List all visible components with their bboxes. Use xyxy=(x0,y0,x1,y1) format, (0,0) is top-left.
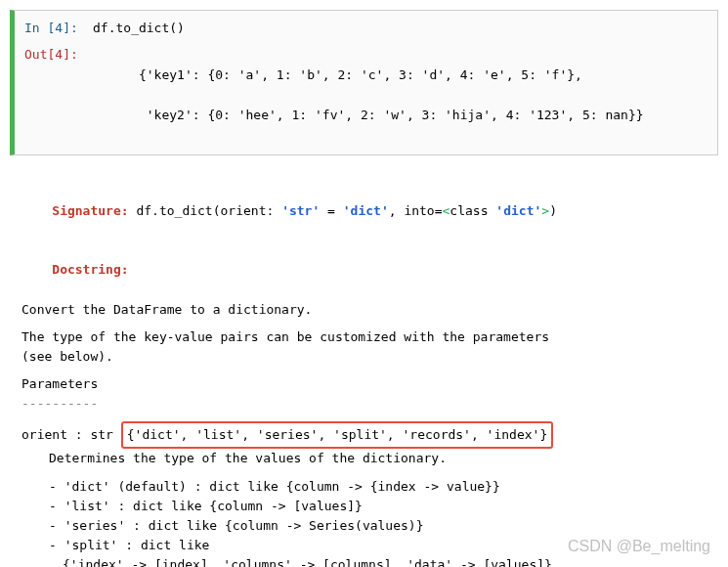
output-row: Out[4]: {'key1': {0: 'a', 1: 'b', 2: 'c'… xyxy=(24,45,707,147)
signature-label: Signature: xyxy=(52,203,128,218)
sig-dict: 'dict' xyxy=(343,203,389,218)
doc-summary: Convert the DataFrame to a dictionary. xyxy=(21,300,707,320)
input-code[interactable]: df.to_dict() xyxy=(93,19,707,39)
in-prompt: In [4]: xyxy=(24,19,93,39)
orient-options-highlight: {'dict', 'list', 'series', 'split', 'rec… xyxy=(121,421,553,449)
code-cell[interactable]: In [4]: df.to_dict() Out[4]: {'key1': {0… xyxy=(10,10,718,155)
output-text: {'key1': {0: 'a', 1: 'b', 2: 'c', 3: 'd'… xyxy=(93,45,707,147)
sig-str: 'str' xyxy=(281,203,320,218)
params-block: Parameters ---------- xyxy=(21,374,707,414)
sig-dict2: 'dict' xyxy=(495,203,541,218)
docstring-label-line: Docstring: xyxy=(21,240,707,299)
opt-split: - 'split' : dict like xyxy=(21,536,707,555)
sig-cls: class xyxy=(450,203,495,218)
docstring-label: Docstring: xyxy=(52,262,128,277)
sig-close: ) xyxy=(549,203,557,218)
out-prompt: Out[4]: xyxy=(24,45,93,147)
opt-list: - 'list' : dict like {column -> [values]… xyxy=(21,497,707,516)
sig-gt: > xyxy=(541,203,549,218)
sig-func: df.to_dict(orient: xyxy=(129,203,282,218)
doc-desc: The type of the key-value pairs can be c… xyxy=(21,327,707,367)
orient-label: orient : str xyxy=(21,425,121,445)
doc-desc1: The type of the key-value pairs can be c… xyxy=(21,327,707,347)
out-line-2: 'key2': {0: 'hee', 1: 'fv', 2: 'w', 3: '… xyxy=(139,108,644,122)
sig-into: , into= xyxy=(389,203,443,218)
opt-dict: - 'dict' (default) : dict like {column -… xyxy=(21,477,707,497)
sig-eq: = xyxy=(320,203,342,218)
orient-line: orient : str {'dict', 'list', 'series', … xyxy=(21,421,707,449)
help-doc: Signature: df.to_dict(orient: 'str' = 'd… xyxy=(0,170,728,567)
input-row: In [4]: df.to_dict() xyxy=(24,19,707,39)
opt-series: - 'series' : dict like {column -> Series… xyxy=(21,516,707,536)
out-line-1: {'key1': {0: 'a', 1: 'b', 2: 'c', 3: 'd'… xyxy=(139,67,582,82)
signature-line: Signature: df.to_dict(orient: 'str' = 'd… xyxy=(21,182,707,240)
params-underline: ---------- xyxy=(21,394,707,414)
opt-split-detail: {'index' -> [index], 'columns' -> [colum… xyxy=(21,555,707,567)
orient-desc: Determines the type of the values of the… xyxy=(21,449,707,468)
doc-desc2: (see below). xyxy=(21,347,707,367)
params-header: Parameters xyxy=(21,374,707,394)
